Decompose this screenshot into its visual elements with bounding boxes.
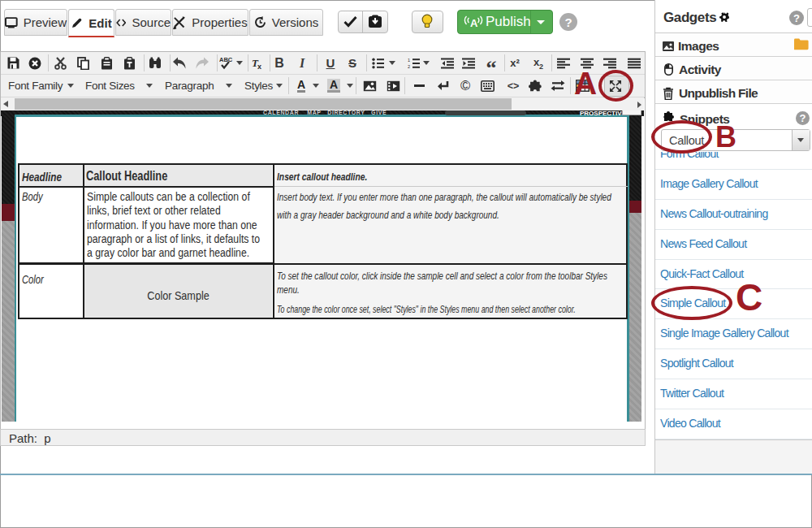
svg-text:x: x	[257, 63, 261, 70]
svg-text:1: 1	[408, 58, 410, 63]
svg-text:ABC: ABC	[219, 56, 233, 63]
svg-text:A: A	[470, 17, 478, 29]
svg-text:2: 2	[408, 64, 410, 69]
